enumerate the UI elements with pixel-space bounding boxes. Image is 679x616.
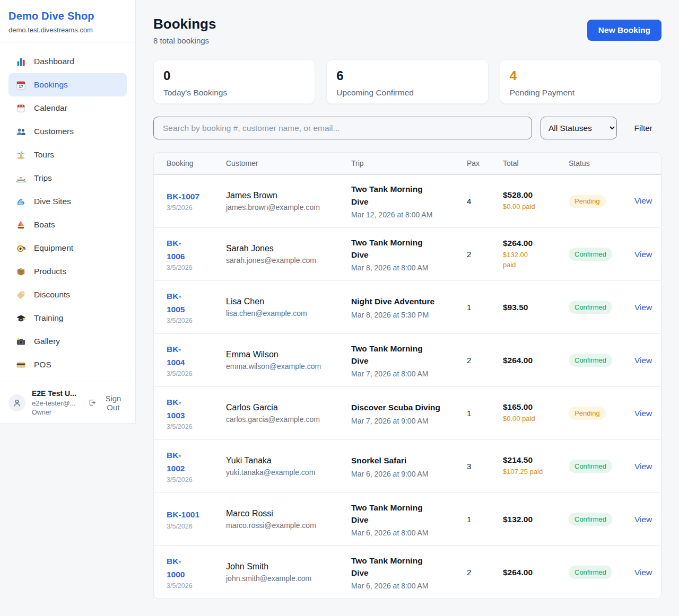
sidebar-item-pos[interactable]: POS <box>8 353 127 376</box>
table-row: BK-10063/5/2026Sarah Jonessarah.jones@ex… <box>154 227 661 280</box>
total-amount: $264.00 <box>503 568 569 577</box>
filter-button[interactable]: Filter <box>634 124 652 133</box>
sidebar-item-boats[interactable]: Boats <box>8 213 127 236</box>
status-badge: Pending <box>569 195 606 208</box>
sidebar-item-gallery[interactable]: Gallery <box>8 330 127 353</box>
search-input[interactable] <box>153 117 532 139</box>
credit-card-icon <box>15 359 26 370</box>
page-title: Bookings <box>153 16 216 32</box>
stat-card-upcoming-confirmed: 6 Upcoming Confirmed <box>326 59 488 104</box>
booking-id-link[interactable]: BK-1001 <box>167 508 199 521</box>
stat-value: 4 <box>510 68 651 83</box>
booking-id-link[interactable]: BK-1002 <box>167 449 192 474</box>
sidebar-item-discounts[interactable]: Discounts <box>8 283 127 306</box>
booking-id-link[interactable]: BK-1007 <box>167 190 199 203</box>
sidebar-item-label: Dashboard <box>34 57 74 66</box>
sidebar-item-label: Tours <box>34 150 54 160</box>
paid-amount: $0.00 paid <box>503 202 535 212</box>
stat-card-todays-bookings: 0 Today's Bookings <box>153 59 315 104</box>
trip-name: Two Tank Morning Dive <box>351 342 440 367</box>
sidebar-item-customers[interactable]: Customers <box>8 120 127 143</box>
new-booking-button[interactable]: New Booking <box>587 20 661 41</box>
tag-icon <box>15 289 26 300</box>
view-booking-link[interactable]: View <box>634 462 652 471</box>
column-header-customer: Customer <box>226 159 351 168</box>
sidebar-item-label: Gallery <box>34 337 60 346</box>
booking-date: 3/5/2026 <box>167 523 226 530</box>
booking-date: 3/5/2026 <box>167 317 226 324</box>
booking-id-link[interactable]: BK-1004 <box>167 343 192 368</box>
table-row: BK-10013/5/2026Marco Rossimarco.rossi@ex… <box>154 492 661 545</box>
camera-icon <box>15 336 26 347</box>
view-booking-link[interactable]: View <box>634 250 652 259</box>
sidebar-item-bookings[interactable]: 17Bookings <box>8 73 127 96</box>
calendar-pad-icon <box>15 103 26 113</box>
sign-out-button[interactable]: Sign Out <box>88 394 127 412</box>
column-header-trip: Trip <box>351 159 467 168</box>
sidebar-item-tours[interactable]: Tours <box>8 143 127 166</box>
trip-datetime: Mar 7, 2026 at 8:00 AM <box>351 369 467 378</box>
booking-date: 3/5/2026 <box>167 370 226 377</box>
sidebar-item-label: Equipment <box>34 243 73 253</box>
sidebar-item-label: Trips <box>34 173 52 183</box>
user-name: E2E Test U... <box>32 389 82 398</box>
bookings-table: Booking Customer Trip Pax Total Status B… <box>153 152 661 599</box>
sidebar-item-dashboard[interactable]: Dashboard <box>8 50 127 73</box>
customer-email: james.brown@example.com <box>226 203 351 212</box>
booking-id-link[interactable]: BK-1000 <box>167 555 192 580</box>
people-icon <box>15 126 26 137</box>
pax-count: 2 <box>467 250 503 259</box>
sign-out-icon <box>88 398 96 407</box>
trip-name: Discover Scuba Diving <box>351 401 440 413</box>
sidebar: Demo Dive Shop demo.test.divestreams.com… <box>0 0 136 424</box>
paid-amount: $0.00 paid <box>503 414 535 424</box>
view-booking-link[interactable]: View <box>634 409 652 418</box>
total-amount: $528.00 <box>503 190 569 200</box>
sidebar-nav: Dashboard17BookingsCalendarCustomersTour… <box>0 42 135 376</box>
total-amount: $264.00 <box>503 356 569 365</box>
sidebar-item-label: POS <box>34 360 51 369</box>
sidebar-item-dive-sites[interactable]: Dive Sites <box>8 190 127 213</box>
booking-id-link[interactable]: BK-1003 <box>167 396 192 421</box>
stat-label: Today's Bookings <box>163 88 305 98</box>
total-amount: $264.00 <box>503 239 569 248</box>
column-header-booking: Booking <box>167 159 226 168</box>
total-amount: $132.00 <box>503 515 569 524</box>
pax-count: 3 <box>467 462 503 471</box>
column-header-pax: Pax <box>467 159 503 168</box>
sidebar-item-label: Boats <box>34 220 55 230</box>
user-email: e2e-tester@... <box>32 399 82 407</box>
table-header-row: Booking Customer Trip Pax Total Status <box>154 153 661 174</box>
stats-cards: 0 Today's Bookings 6 Upcoming Confirmed … <box>153 59 661 104</box>
stat-value: 6 <box>336 68 478 83</box>
paid-amount: $107.25 paid <box>503 467 543 477</box>
customer-name: Lisa Chen <box>226 297 351 306</box>
sign-out-label: Sign Out <box>100 394 127 412</box>
sidebar-item-products[interactable]: Products <box>8 260 127 283</box>
booking-id-link[interactable]: BK-1005 <box>167 290 192 315</box>
svg-text:17: 17 <box>19 84 23 89</box>
status-filter-select[interactable]: All Statuses <box>541 117 617 139</box>
person-icon <box>12 398 22 408</box>
view-booking-link[interactable]: View <box>634 303 652 312</box>
trip-datetime: Mar 8, 2026 at 8:00 AM <box>351 263 467 272</box>
trip-name: Two Tank Morning Dive <box>351 236 440 261</box>
trip-name: Two Tank Morning Dive <box>351 183 440 208</box>
table-row: BK-10003/5/2026John Smithjohn.smith@exam… <box>154 545 661 599</box>
view-booking-link[interactable]: View <box>634 515 652 524</box>
status-badge: Pending <box>569 407 606 420</box>
calendar-date-icon: 17 <box>15 80 26 90</box>
trip-datetime: Mar 12, 2026 at 8:00 AM <box>351 210 467 219</box>
booking-id-link[interactable]: BK-1006 <box>167 237 192 262</box>
sidebar-item-trips[interactable]: Trips <box>8 166 127 190</box>
view-booking-link[interactable]: View <box>634 356 652 365</box>
booking-date: 3/5/2026 <box>167 582 226 589</box>
sidebar-item-training[interactable]: Training <box>8 306 127 330</box>
pax-count: 2 <box>467 356 503 365</box>
view-booking-link[interactable]: View <box>634 196 652 205</box>
sidebar-item-equipment[interactable]: Equipment <box>8 236 127 260</box>
sidebar-item-calendar[interactable]: Calendar <box>8 96 127 120</box>
brand[interactable]: Demo Dive Shop demo.test.divestreams.com <box>0 0 135 42</box>
view-booking-link[interactable]: View <box>634 568 652 577</box>
pax-count: 4 <box>467 197 503 206</box>
